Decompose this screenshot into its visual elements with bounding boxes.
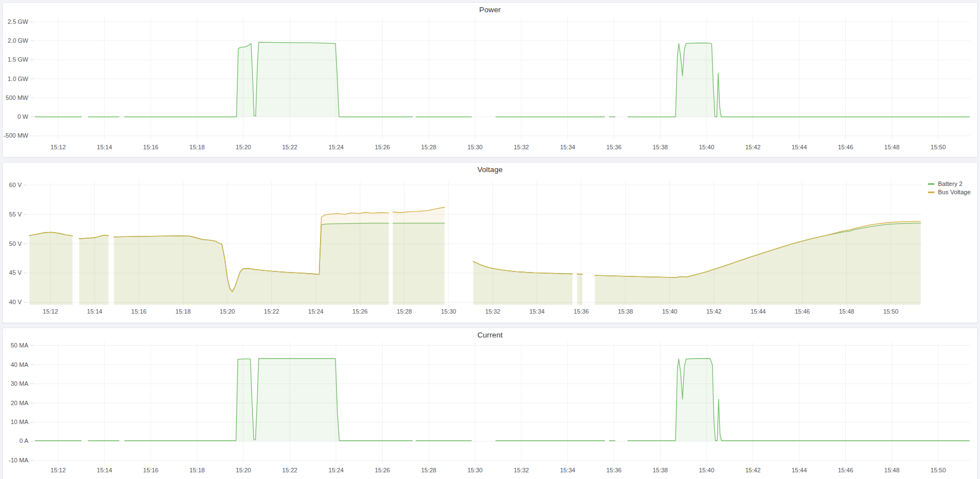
y-tick-label: 2.5 GW (8, 18, 29, 25)
power-chart[interactable]: 2.5 GW2.0 GW1.5 GW1.0 GW500 MW0 W-500 MW… (3, 3, 977, 158)
y-tick-label: 500 MW (6, 94, 29, 101)
plot-area[interactable] (27, 181, 922, 305)
x-axis-labels: 15:1215:1415:1615:1815:2015:2215:2415:26… (43, 308, 898, 315)
x-tick-label: 15:20 (220, 308, 235, 315)
x-tick-label: 15:36 (606, 144, 622, 150)
x-tick-label: 15:30 (441, 308, 456, 315)
y-tick-label: 0 A (19, 437, 29, 444)
panel-title-voltage: Voltage (3, 165, 977, 174)
bus-voltage-swatch (928, 191, 935, 193)
x-tick-label: 15:28 (397, 308, 412, 315)
x-tick-label: 15:32 (485, 308, 501, 315)
x-tick-label: 15:20 (236, 467, 251, 473)
panel-title-power: Power (3, 6, 977, 14)
y-tick-label: 2.0 GW (8, 37, 29, 44)
y-axis-labels: 60 V55 V50 V45 V40 V (9, 181, 22, 305)
x-tick-label: 15:46 (838, 144, 854, 150)
x-tick-label: 15:12 (50, 467, 66, 473)
legend-label-bus-voltage: Bus Voltage (938, 189, 971, 195)
x-tick-label: 15:24 (328, 144, 344, 150)
x-tick-label: 15:50 (883, 308, 898, 315)
x-tick-label: 15:36 (606, 467, 622, 473)
x-tick-label: 15:32 (514, 144, 529, 150)
panel-current: Current 50 MA40 MA30 MA20 MA10 MA0 A-10 … (2, 327, 978, 479)
y-tick-label: -10 MA (9, 457, 29, 463)
x-tick-label: 15:50 (931, 144, 946, 150)
x-tick-label: 15:44 (791, 467, 807, 473)
x-tick-label: 15:42 (706, 308, 722, 315)
x-tick-label: 15:28 (421, 144, 436, 150)
x-tick-label: 15:14 (97, 144, 113, 150)
x-tick-label: 15:26 (375, 467, 390, 473)
x-tick-label: 15:44 (750, 308, 766, 315)
x-tick-label: 15:34 (529, 308, 545, 315)
y-tick-label: 60 V (9, 181, 22, 188)
y-tick-label: 10 MA (11, 419, 28, 425)
x-tick-label: 15:16 (143, 144, 159, 150)
x-tick-label: 15:46 (838, 467, 854, 473)
legend-item-bus-voltage[interactable]: Bus Voltage (928, 189, 971, 195)
panel-power: Power 2.5 GW2.0 GW1.5 GW1.0 GW500 MW0 W-… (2, 2, 978, 158)
x-tick-label: 15:30 (468, 144, 483, 150)
x-tick-label: 15:40 (662, 308, 678, 315)
y-tick-label: 1.0 GW (8, 75, 29, 82)
x-tick-label: 15:12 (43, 308, 58, 315)
x-tick-label: 15:16 (143, 467, 159, 473)
battery-2-swatch (928, 183, 935, 185)
panel-voltage: Voltage 60 V55 V50 V45 V40 V15:1215:1415… (2, 162, 978, 323)
legend-item-battery-2[interactable]: Battery 2 (928, 180, 971, 187)
x-tick-label: 15:22 (282, 467, 298, 473)
current-chart[interactable]: 50 MA40 MA30 MA20 MA10 MA0 A-10 MA15:121… (3, 328, 977, 479)
y-tick-label: 55 V (9, 211, 22, 218)
x-tick-label: 15:38 (653, 467, 668, 473)
x-tick-label: 15:48 (884, 467, 900, 473)
x-tick-label: 15:14 (87, 308, 103, 315)
x-tick-label: 15:34 (560, 144, 576, 150)
x-tick-label: 15:40 (699, 467, 714, 473)
plot-area[interactable] (34, 17, 971, 140)
x-tick-label: 15:46 (795, 308, 810, 315)
x-tick-label: 15:26 (352, 308, 368, 315)
x-axis-labels: 15:1215:1415:1615:1815:2015:2215:2415:26… (50, 467, 946, 473)
x-tick-label: 15:12 (50, 144, 66, 150)
x-tick-label: 15:38 (618, 308, 633, 315)
x-tick-label: 15:22 (264, 308, 280, 315)
x-tick-label: 15:28 (421, 467, 436, 473)
x-tick-label: 15:16 (131, 308, 147, 315)
voltage-chart[interactable]: 60 V55 V50 V45 V40 V15:1215:1415:1615:18… (3, 163, 977, 324)
x-tick-label: 15:22 (282, 144, 298, 150)
y-tick-label: 1.5 GW (8, 56, 29, 63)
x-tick-label: 15:36 (573, 308, 589, 315)
y-tick-label: -500 MW (3, 132, 28, 139)
x-tick-label: 15:26 (375, 144, 390, 150)
y-tick-label: 45 V (9, 269, 22, 276)
x-tick-label: 15:14 (97, 467, 113, 473)
panel-title-current: Current (3, 331, 977, 339)
x-tick-label: 15:18 (175, 308, 191, 315)
plot-area[interactable] (34, 342, 971, 463)
x-tick-label: 15:24 (328, 467, 344, 473)
x-tick-label: 15:24 (308, 308, 324, 315)
x-axis-labels: 15:1215:1415:1615:1815:2015:2215:2415:26… (50, 144, 946, 150)
dashboard: Power 2.5 GW2.0 GW1.5 GW1.0 GW500 MW0 W-… (0, 0, 980, 479)
y-tick-label: 40 V (9, 299, 22, 305)
y-tick-label: 30 MA (11, 380, 28, 387)
legend-label-battery-2: Battery 2 (938, 180, 962, 187)
power-chart-svg: 2.5 GW2.0 GW1.5 GW1.0 GW500 MW0 W-500 MW… (3, 3, 977, 156)
y-tick-label: 50 V (9, 240, 22, 247)
voltage-legend: Battery 2 Bus Voltage (928, 180, 971, 195)
y-axis-labels: 50 MA40 MA30 MA20 MA10 MA0 A-10 MA (9, 342, 29, 463)
x-tick-label: 15:42 (745, 467, 761, 473)
x-tick-label: 15:42 (745, 144, 761, 150)
x-tick-label: 15:18 (190, 144, 205, 150)
y-axis-labels: 2.5 GW2.0 GW1.5 GW1.0 GW500 MW0 W-500 MW (3, 18, 28, 139)
x-tick-label: 15:20 (236, 144, 251, 150)
x-tick-label: 15:48 (884, 144, 900, 150)
voltage-chart-svg: 60 V55 V50 V45 V40 V15:1215:1415:1615:18… (3, 163, 977, 321)
x-tick-label: 15:44 (791, 144, 807, 150)
x-tick-label: 15:48 (839, 308, 855, 315)
x-tick-label: 15:38 (653, 144, 668, 150)
x-tick-label: 15:18 (190, 467, 205, 473)
x-tick-label: 15:34 (560, 467, 576, 473)
x-tick-label: 15:30 (468, 467, 483, 473)
